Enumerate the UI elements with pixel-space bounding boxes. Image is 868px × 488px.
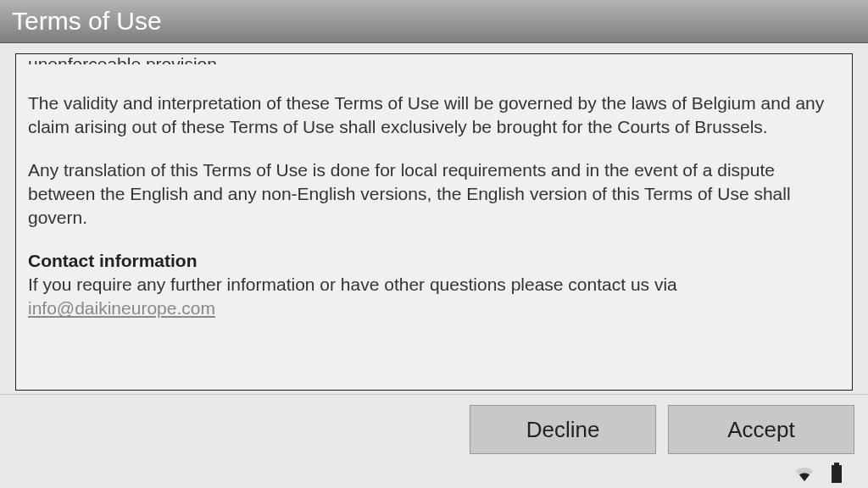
contact-text: If you require any further information o…	[28, 274, 677, 294]
contact-section: Contact information If you require any f…	[28, 249, 840, 321]
page-title: Terms of Use	[12, 7, 162, 35]
translation-para: Any translation of this Terms of Use is …	[28, 158, 840, 230]
contact-email-link[interactable]: info@daikineurope.com	[28, 298, 215, 318]
contact-heading: Contact information	[28, 251, 198, 270]
header-bar: Terms of Use	[0, 0, 868, 43]
truncated-line: unenforceable provision.	[28, 53, 840, 64]
svg-rect-1	[832, 465, 842, 483]
button-bar: Decline Accept	[0, 394, 868, 461]
terms-content[interactable]: unenforceable provision. The validity an…	[15, 53, 853, 391]
accept-button[interactable]: Accept	[668, 405, 854, 454]
accept-label: Accept	[727, 417, 795, 443]
status-bar	[0, 461, 868, 488]
decline-label: Decline	[526, 417, 600, 443]
battery-icon	[831, 463, 843, 483]
wifi-icon	[793, 464, 815, 481]
decline-button[interactable]: Decline	[470, 405, 656, 454]
svg-rect-0	[834, 463, 839, 465]
content-wrap: unenforceable provision. The validity an…	[0, 43, 868, 394]
governing-law-para: The validity and interpretation of these…	[28, 92, 840, 140]
